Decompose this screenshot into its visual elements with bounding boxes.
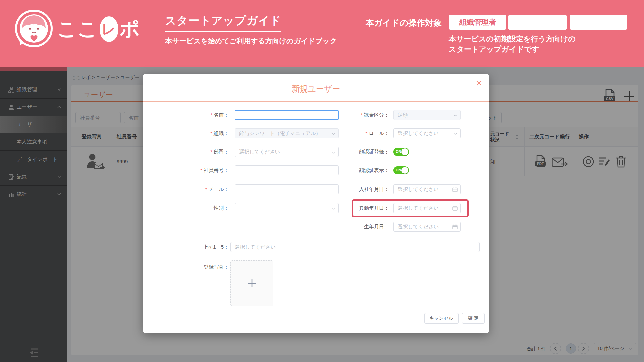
guide-header: ここ レ ポ スタートアップガイド 本サービスを始めてご利用する方向けのガイドブ… [0,0,644,67]
audience-button-2[interactable] [508,15,567,30]
billing-label: *課金区分： [321,110,389,120]
join-date-picker[interactable]: 選択してください [393,184,461,194]
gender-label: 性別： [163,203,229,213]
email-label: *メール： [163,184,229,194]
logo-pill: レ [100,16,118,42]
audience-label: 本ガイドの操作対象 [366,17,442,28]
face-register-toggle[interactable]: ON [393,148,409,156]
photo-label: 登録写真： [163,262,229,272]
supervisor-select[interactable]: 選択してください [230,242,480,252]
role-select[interactable]: 選択してください [393,128,461,138]
face-register-label: 顔認証登録： [321,147,389,157]
chevron-down-icon [453,114,457,117]
guide-title: スタートアップガイド [165,13,281,32]
calendar-icon [452,206,458,211]
role-label: *ロール： [321,128,389,138]
cancel-button[interactable]: キャンセル [424,313,459,324]
guide-description: 本サービスの初期設定を行う方向けの スタートアップガイドです [449,34,576,54]
guide-description-line2: スタートアップガイドです [449,44,576,54]
transfer-date-picker[interactable]: 選択してください [393,203,461,213]
face-display-toggle[interactable]: ON [393,166,409,174]
face-display-label: 顔認証表示： [321,165,389,175]
guide-description-line1: 本サービスの初期設定を行う方向けの [449,34,576,44]
join-date-label: 入社年月日： [321,184,389,194]
modal-title-divider [143,101,489,102]
audience-button-3[interactable] [570,15,627,30]
birth-date-picker[interactable]: 選択してください [393,222,461,232]
toggle-knob [401,148,408,155]
logo-text-2: ポ [120,16,140,42]
employee-no-label: *社員番号： [163,165,229,175]
kokorepo-mascot-icon [15,9,53,48]
calendar-icon [452,187,458,192]
logo-text-1: ここ [57,16,98,42]
modal-title: 新規ユーザー [143,83,489,94]
guide-subtitle: 本サービスを始めてご利用する方向けのガイドブック [165,36,337,46]
org-label: *組織： [163,128,229,138]
app-logo: ここ レ ポ [57,16,140,42]
new-user-modal: ✕ 新規ユーザー *名前： *課金区分： 定額 *組織： 鈴与シンワート（電子マ… [143,74,489,333]
confirm-button[interactable]: 確 定 [462,313,485,324]
toggle-knob [401,167,408,174]
birth-date-label: 生年月日： [321,222,389,232]
screen: ここ レ ポ スタートアップガイド 本サービスを始めてご利用する方向けのガイドブ… [0,0,644,362]
name-label: *名前： [163,110,229,120]
audience-button-org-admin[interactable]: 組織管理者 [449,15,506,30]
plus-icon [247,278,257,288]
supervisor-label: 上司1－5： [163,242,229,252]
billing-select[interactable]: 定額 [393,110,461,120]
calendar-icon [452,224,458,229]
transfer-date-label: 異動年月日： [321,203,389,213]
chevron-down-icon [453,133,457,135]
dept-label: *部門： [163,147,229,157]
photo-upload-box[interactable] [230,260,273,306]
